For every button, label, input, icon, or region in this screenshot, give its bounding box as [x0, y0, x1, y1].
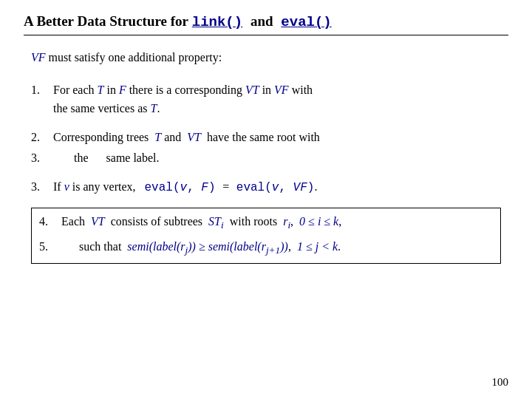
- title-bar: A Better Data Structure for link() and e…: [24, 13, 508, 35]
- range-i: 0 ≤ i ≤ k: [299, 215, 338, 228]
- content-area: VF must satisfy one additional property:…: [24, 49, 508, 264]
- var-F: F: [119, 83, 126, 96]
- list-item: 4. Each VT consists of subtrees STi with…: [39, 213, 493, 233]
- boxed-items-group: 4. Each VT consists of subtrees STi with…: [31, 208, 501, 264]
- item-body-1: For each T in F there is a corresponding…: [53, 81, 501, 118]
- title-eval: eval(): [281, 14, 331, 30]
- title-and: and: [247, 13, 276, 30]
- item-body-3a: the same label.: [53, 149, 501, 168]
- item-body-4: Each VT consists of subtrees STi with ro…: [61, 213, 493, 233]
- range-j: 1 ≤ j < k: [297, 240, 338, 253]
- var-VT: VT: [245, 83, 259, 96]
- semi-expr: semi(label(rj)) ≥ semi(label(rj+1)): [127, 240, 288, 253]
- item-body-3b: If v is any vertex, eval(v, F) = eval(v,…: [53, 178, 501, 197]
- list-item: 3. If v is any vertex, eval(v, F) = eval…: [31, 178, 501, 197]
- title-link: link(): [192, 14, 242, 30]
- list-item: 1. For each T in F there is a correspond…: [31, 81, 501, 118]
- var-STi: STi: [208, 215, 224, 228]
- item-num-5: 5.: [39, 238, 61, 259]
- vf-label: VF: [31, 51, 46, 64]
- item-num-3a: 3.: [31, 149, 53, 168]
- var-T: T: [98, 83, 104, 96]
- vf-intro: VF must satisfy one additional property:: [31, 49, 501, 66]
- title-prefix: A Better Data Structure for: [24, 13, 188, 30]
- slide: A Better Data Structure for link() and e…: [0, 0, 532, 399]
- page-number: 100: [492, 376, 509, 389]
- var-VT2: VT: [187, 131, 201, 143]
- list-item: 5. such that semi(label(rj)) ≥ semi(labe…: [39, 238, 493, 259]
- list-item: 2. Corresponding trees T and VT have the…: [31, 129, 501, 147]
- item-body-2: Corresponding trees T and VT have the sa…: [53, 129, 501, 147]
- item-num-4: 4.: [39, 213, 61, 233]
- var-v: v: [64, 180, 69, 193]
- var-VT3: VT: [91, 215, 105, 228]
- item-body-5: such that semi(label(rj)) ≥ semi(label(r…: [61, 238, 493, 259]
- eval-expr: eval(v, F) = eval(v, VF): [145, 181, 315, 194]
- var-VF: VF: [274, 83, 289, 96]
- item-num-1: 1.: [31, 81, 53, 118]
- var-ri: ri: [283, 215, 290, 228]
- list-item: 3. the same label.: [31, 149, 501, 168]
- var-T2: T: [151, 102, 157, 115]
- var-T3: T: [154, 131, 161, 143]
- vf-intro-text: must satisfy one additional property:: [46, 51, 222, 64]
- item-num-3b: 3.: [31, 178, 53, 197]
- item-num-2: 2.: [31, 129, 53, 147]
